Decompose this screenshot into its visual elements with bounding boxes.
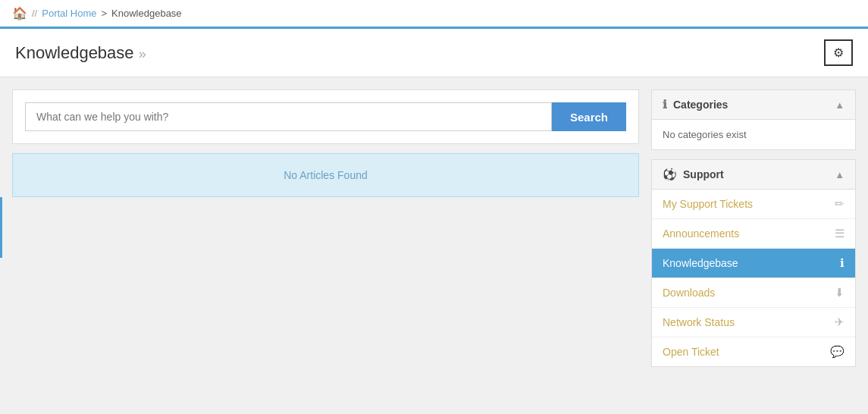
search-input[interactable] (25, 102, 552, 131)
gear-icon: ⚙ (833, 46, 844, 59)
nav-item-icon: ℹ (840, 256, 844, 270)
search-button[interactable]: Search (552, 102, 626, 131)
breadcrumb-separator: // (32, 8, 37, 19)
no-articles-box: No Articles Found (12, 153, 639, 197)
categories-header-left: ℹ Categories (663, 98, 728, 111)
sidebar-nav-item-downloads[interactable]: Downloads ⬇ (652, 278, 855, 308)
nav-item-icon: ☰ (835, 227, 844, 240)
nav-item-icon: ✏ (835, 197, 844, 211)
sidebar-nav-item-knowledgebase[interactable]: Knowledgebase ℹ (652, 249, 855, 278)
breadcrumb-bar: 🏠 // Portal Home > Knowledgebase (0, 0, 868, 29)
sidebar-nav-item-open-ticket[interactable]: Open Ticket 💬 (652, 337, 855, 366)
breadcrumb-arrow: > (101, 8, 107, 19)
nav-item-label: Network Status (663, 316, 735, 328)
sidebar-nav-item-my-support-tickets[interactable]: My Support Tickets ✏ (652, 190, 855, 219)
sidebar-nav: My Support Tickets ✏ Announcements ☰ Kno… (652, 190, 855, 366)
no-categories-text: No categories exist (652, 120, 855, 149)
categories-chevron: ▲ (835, 99, 844, 111)
nav-item-label: Knowledgebase (663, 257, 738, 269)
main-layout: Search No Articles Found ℹ Categories ▲ … (0, 77, 868, 388)
support-header[interactable]: ⚽ Support ▲ (652, 160, 855, 190)
nav-item-icon: ⬇ (835, 286, 844, 300)
nav-item-label: My Support Tickets (663, 198, 753, 210)
nav-item-label: Downloads (663, 287, 715, 299)
breadcrumb-current: Knowledgebase (111, 8, 182, 19)
nav-item-label: Open Ticket (663, 346, 719, 358)
gear-button[interactable]: ⚙ (824, 39, 853, 66)
sidebar: ℹ Categories ▲ No categories exist ⚽ Sup… (651, 89, 856, 376)
nav-item-icon: ✈ (835, 315, 844, 329)
content-area: Search No Articles Found (12, 89, 639, 197)
home-icon[interactable]: 🏠 (12, 6, 27, 20)
breadcrumb-portal-home[interactable]: Portal Home (42, 8, 96, 19)
sidebar-support-section: ⚽ Support ▲ My Support Tickets ✏ Announc… (651, 159, 856, 367)
title-chevron: » (139, 46, 146, 61)
support-chevron: ▲ (835, 169, 844, 180)
sidebar-categories-section: ℹ Categories ▲ No categories exist (651, 89, 856, 150)
support-header-left: ⚽ Support (663, 168, 724, 181)
sidebar-nav-item-network-status[interactable]: Network Status ✈ (652, 308, 855, 337)
nav-item-label: Announcements (663, 227, 739, 240)
page-title: Knowledgebase » (15, 43, 146, 63)
sidebar-nav-item-announcements[interactable]: Announcements ☰ (652, 219, 855, 249)
search-box: Search (12, 89, 639, 144)
no-articles-message: No Articles Found (284, 169, 368, 181)
left-accent (0, 197, 2, 258)
categories-header[interactable]: ℹ Categories ▲ (652, 90, 855, 120)
support-title: Support (683, 168, 724, 180)
nav-item-icon: 💬 (830, 345, 844, 359)
info-icon: ℹ (663, 98, 667, 111)
support-icon: ⚽ (663, 168, 677, 181)
page-header: Knowledgebase » ⚙ (0, 29, 868, 77)
categories-title: Categories (673, 99, 728, 111)
